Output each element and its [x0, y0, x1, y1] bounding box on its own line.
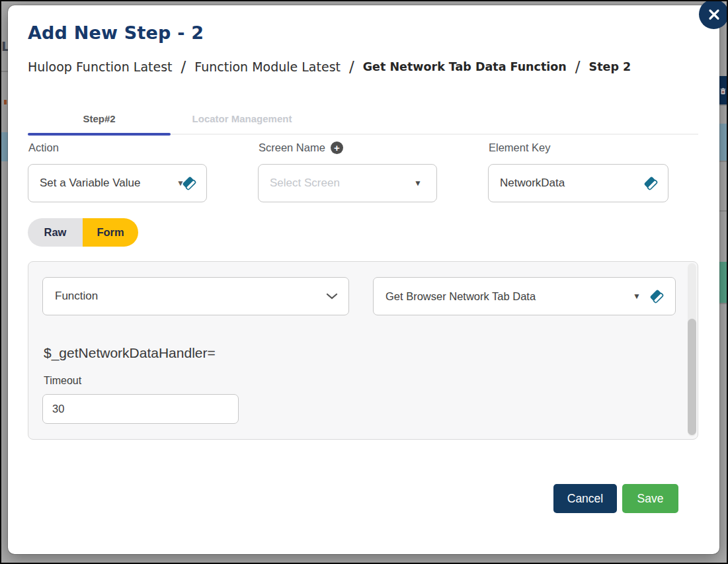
- background-green-cell: [719, 262, 727, 303]
- background-toolbar-fragment: [719, 76, 727, 106]
- close-icon: [708, 8, 721, 21]
- breadcrumb-item-function[interactable]: Huloop Function Latest: [28, 60, 173, 74]
- eraser-icon[interactable]: [643, 176, 659, 190]
- breadcrumb-item-step: Step 2: [589, 60, 631, 73]
- cancel-button[interactable]: Cancel: [553, 484, 617, 513]
- breadcrumb-separator: /: [349, 58, 354, 75]
- tab-step2[interactable]: Step#2: [28, 103, 171, 134]
- action-value: Set a Variable Value: [40, 177, 177, 190]
- element-key-label-text: Element Key: [489, 141, 551, 154]
- background-row-divider: [1, 71, 8, 72]
- close-button[interactable]: [699, 0, 728, 29]
- element-key-label: Element Key: [489, 141, 551, 154]
- panel-scrollbar[interactable]: [688, 263, 696, 436]
- chevron-down-icon: [326, 293, 338, 300]
- tab-step2-label: Step#2: [83, 113, 115, 124]
- timeout-label: Timeout: [44, 375, 81, 387]
- add-screen-icon[interactable]: +: [331, 141, 343, 154]
- background-blue-cell: [719, 124, 727, 162]
- screen-name-label-text: Screen Name: [259, 141, 325, 154]
- form-builder-panel: Function Get Browser Network Tab Data ▼ …: [28, 261, 698, 440]
- caret-down-icon: ▼: [633, 292, 641, 301]
- eraser-icon[interactable]: [649, 289, 665, 303]
- function-name-value: Get Browser Network Tab Data: [385, 290, 536, 303]
- tab-locator-management-label: Locator Management: [192, 113, 292, 124]
- background-row-divider: [719, 303, 727, 304]
- function-type-value: Function: [55, 290, 98, 303]
- expression-text: $_getNetworkDataHandler=: [44, 345, 216, 361]
- caret-down-icon: ▼: [414, 179, 422, 188]
- breadcrumb-item-sub-function[interactable]: Get Network Tab Data Function: [363, 60, 567, 73]
- tab-bar: Step#2 Locator Management: [28, 103, 698, 135]
- add-step-modal: Add New Step - 2 Huloop Function Latest …: [8, 5, 719, 554]
- function-type-select[interactable]: Function: [42, 277, 349, 315]
- raw-toggle-button[interactable]: Raw: [28, 218, 83, 247]
- background-row-divider: [719, 161, 727, 162]
- screen-name-placeholder: Select Screen: [270, 177, 414, 190]
- action-label: Action: [28, 141, 59, 154]
- background-blue-cell: [1, 132, 8, 161]
- active-tab-underline: [28, 133, 171, 136]
- function-name-select[interactable]: Get Browser Network Tab Data ▼: [373, 277, 676, 315]
- breadcrumb-separator: /: [181, 58, 186, 75]
- tab-locator-management[interactable]: Locator Management: [171, 103, 313, 134]
- breadcrumb-item-module[interactable]: Function Module Latest: [194, 60, 341, 74]
- element-key-input[interactable]: NetworkData: [488, 164, 668, 202]
- panel-scrollbar-thumb[interactable]: [688, 319, 696, 435]
- element-key-value: NetworkData: [500, 177, 643, 190]
- screen-name-select[interactable]: Select Screen ▼: [258, 164, 437, 202]
- modal-title: Add New Step - 2: [28, 22, 204, 43]
- timeout-input[interactable]: [42, 394, 239, 424]
- caret-down-icon: ▼: [177, 179, 184, 188]
- action-select[interactable]: Set a Variable Value ▼: [28, 164, 207, 202]
- action-label-text: Action: [28, 141, 59, 154]
- raw-form-toggle: Raw Form: [28, 218, 138, 247]
- form-toggle-button[interactable]: Form: [83, 218, 138, 247]
- background-row-divider: [719, 104, 727, 106]
- dimmed-page-backdrop: L Add New Step - 2 Huloop Function Lates…: [0, 0, 728, 564]
- breadcrumb-separator: /: [575, 58, 581, 75]
- save-button[interactable]: Save: [622, 484, 678, 513]
- trash-icon: [720, 87, 726, 95]
- background-row-divider: [719, 210, 727, 212]
- breadcrumb: Huloop Function Latest / Function Module…: [28, 58, 631, 75]
- screen-name-label: Screen Name +: [259, 141, 343, 154]
- background-marker: [4, 100, 7, 104]
